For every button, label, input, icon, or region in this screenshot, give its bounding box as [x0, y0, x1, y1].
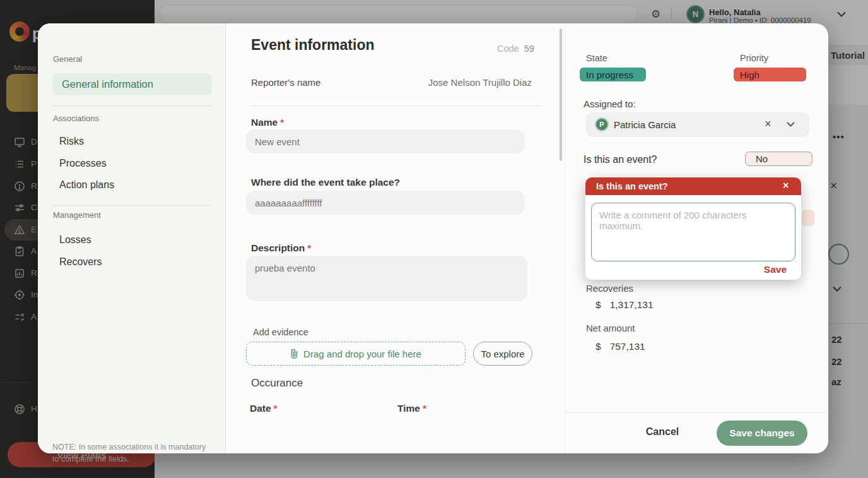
net-amount: $757,131 [595, 341, 645, 352]
time-label: Time* [397, 403, 426, 414]
place-label: Where did the event take place? [251, 177, 400, 188]
popover-title: Is this an event? [596, 181, 668, 191]
assignee-name: Patricia Garcia [614, 119, 676, 130]
required-marker: * [423, 403, 426, 414]
dialog-item-processes[interactable]: Processes [59, 158, 107, 169]
description-label: Description* [251, 242, 311, 254]
code-label: Code [497, 44, 519, 54]
chevron-down-icon[interactable] [787, 122, 795, 127]
net-value: 757,131 [610, 341, 645, 352]
attachment-icon [290, 349, 298, 359]
is-event-input[interactable]: No [745, 152, 812, 166]
reporter-name-value: Jose Nelson Trujillo Diaz [428, 77, 532, 88]
dialog-item-losses[interactable]: Losses [59, 234, 91, 246]
screen: pi Manag ⚙ O Op D P R C E A [0, 0, 868, 478]
form-divider [250, 105, 542, 106]
dialog-item-general-information-label: General information [62, 78, 153, 90]
required-marker: * [307, 242, 311, 253]
footer-divider [566, 412, 829, 413]
assignee-avatar: P [595, 117, 609, 131]
assigned-to-select[interactable]: P Patricia Garcia × [586, 112, 809, 137]
assigned-to-label: Assigned to: [584, 99, 636, 109]
dialog-sidebar: General General information Associations… [38, 23, 226, 453]
dialog-scrollbar[interactable] [560, 28, 562, 161]
reporter-name-label: Reporter's name [251, 77, 320, 88]
place-input[interactable] [246, 191, 525, 215]
currency-symbol: $ [595, 299, 601, 310]
name-label: Name* [251, 117, 284, 128]
dialog-section-general: General [53, 54, 82, 64]
required-marker: * [280, 117, 284, 128]
to-explore-button[interactable]: To explore [473, 342, 532, 366]
clear-icon[interactable]: × [765, 117, 771, 131]
state-label: State [586, 53, 607, 63]
occurrence-heading: Occurance [251, 377, 303, 390]
recoveries-label: Recoveries [586, 283, 633, 294]
required-marker: * [274, 403, 278, 414]
cancel-button[interactable]: Cancel [640, 426, 684, 438]
code-value: 59 [524, 44, 534, 54]
dialog-title: Event information [251, 37, 375, 54]
dialog-note: NOTE: In some associations it is mandato… [52, 441, 211, 466]
dialog-section-associations: Associations [53, 114, 99, 123]
date-label: Date* [250, 403, 278, 414]
recoveries-value: 1,317,131 [610, 299, 654, 310]
dialog-sidebar-divider [52, 205, 212, 206]
comment-input[interactable] [591, 203, 795, 261]
dialog-main: Event information Code59 Reporter's name… [226, 23, 565, 453]
add-evidence-label: Add evidence [253, 327, 308, 337]
description-input[interactable]: prueba evento [246, 256, 527, 301]
dialog-item-action-plans[interactable]: Action plans [59, 179, 114, 191]
state-badge[interactable]: In progress [580, 68, 646, 81]
popover-save-button[interactable]: Save [764, 264, 787, 275]
dialog-item-risks[interactable]: Risks [59, 136, 84, 147]
recoveries-amount: $1,317,131 [595, 299, 654, 311]
dialog-item-recovers[interactable]: Recovers [59, 256, 102, 268]
currency-symbol: $ [595, 341, 601, 352]
evidence-dropzone[interactable]: Drag and drop your file here [246, 342, 466, 366]
save-changes-button[interactable]: Save changes [717, 421, 807, 446]
dialog-sidebar-divider [52, 105, 212, 106]
dialog-section-management: Management [53, 210, 101, 220]
name-input[interactable] [246, 129, 525, 153]
is-event-comment-popover: Is this an event? × Save [585, 177, 801, 280]
dropzone-text: Drag and drop your file here [303, 349, 421, 359]
priority-badge[interactable]: High [734, 68, 806, 81]
net-amount-label: Net amount [586, 323, 635, 333]
is-event-label: Is this an event? [584, 154, 657, 165]
priority-label: Priority [740, 53, 768, 63]
popover-close-icon[interactable]: × [783, 180, 789, 191]
losses-input-fragment [802, 210, 814, 226]
event-code: Code59 [497, 44, 534, 54]
